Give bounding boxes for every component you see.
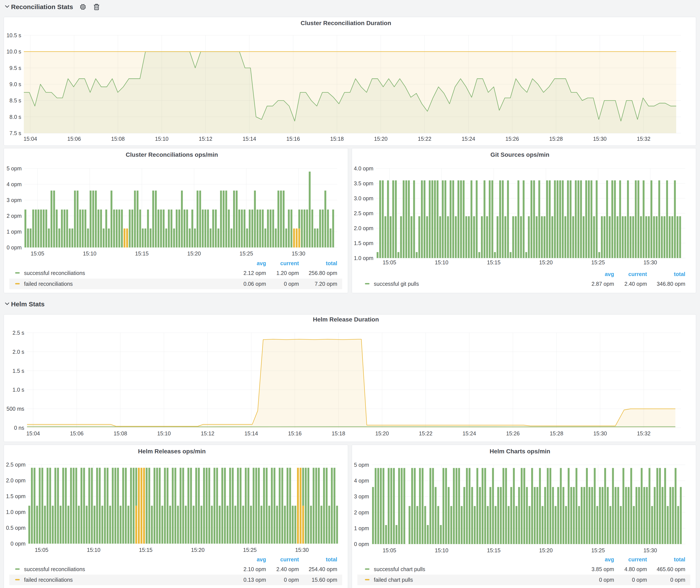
svg-text:15:10: 15:10 — [155, 136, 169, 142]
svg-text:15.60 opm: 15.60 opm — [312, 577, 337, 583]
svg-text:Helm Charts ops/min: Helm Charts ops/min — [490, 448, 550, 455]
svg-text:0 opm: 0 opm — [11, 541, 26, 547]
svg-text:15:04: 15:04 — [26, 430, 40, 436]
svg-text:15:06: 15:06 — [67, 136, 81, 142]
svg-text:Helm Stats: Helm Stats — [11, 300, 45, 308]
svg-text:15:28: 15:28 — [549, 136, 563, 142]
svg-text:500 ms: 500 ms — [6, 406, 24, 412]
svg-text:15:30: 15:30 — [593, 430, 607, 436]
svg-text:15:14: 15:14 — [243, 136, 256, 142]
svg-text:15:05: 15:05 — [383, 259, 396, 265]
svg-text:avg: avg — [605, 556, 614, 562]
svg-text:2.0 opm: 2.0 opm — [354, 225, 373, 231]
svg-text:8.0 s: 8.0 s — [10, 114, 21, 120]
svg-text:1 opm: 1 opm — [7, 229, 22, 235]
svg-text:15:16: 15:16 — [286, 136, 300, 142]
svg-text:15:10: 15:10 — [157, 430, 171, 436]
svg-text:15:30: 15:30 — [593, 136, 607, 142]
svg-text:1 opm: 1 opm — [354, 525, 369, 531]
svg-text:15:14: 15:14 — [244, 430, 258, 436]
svg-text:failed reconciliations: failed reconciliations — [24, 577, 73, 583]
svg-text:0.5 opm: 0.5 opm — [6, 525, 26, 531]
svg-text:15:26: 15:26 — [505, 136, 519, 142]
svg-text:2.0 opm: 2.0 opm — [6, 477, 26, 483]
svg-text:15:08: 15:08 — [111, 136, 125, 142]
svg-text:current: current — [628, 271, 647, 277]
svg-text:0 ns: 0 ns — [14, 425, 24, 431]
svg-text:2.0 s: 2.0 s — [13, 349, 24, 355]
svg-text:2.5 s: 2.5 s — [13, 330, 24, 336]
svg-text:15:20: 15:20 — [374, 136, 388, 142]
svg-text:1.5 opm: 1.5 opm — [6, 493, 26, 499]
svg-text:avg: avg — [257, 260, 266, 266]
svg-text:3 opm: 3 opm — [7, 197, 22, 203]
svg-text:2.87 opm: 2.87 opm — [592, 281, 614, 287]
svg-text:15:30: 15:30 — [295, 547, 309, 553]
svg-text:avg: avg — [605, 271, 614, 277]
svg-text:total: total — [674, 271, 685, 277]
svg-text:total: total — [326, 556, 337, 562]
svg-text:current: current — [628, 556, 647, 562]
svg-text:15:08: 15:08 — [114, 430, 127, 436]
svg-text:15:20: 15:20 — [539, 547, 553, 553]
svg-text:0 opm: 0 opm — [670, 577, 685, 583]
svg-text:4.80 opm: 4.80 opm — [624, 566, 647, 572]
svg-text:3.0 opm: 3.0 opm — [354, 195, 373, 201]
svg-text:1.0 opm: 1.0 opm — [6, 509, 26, 515]
svg-text:2.12 opm: 2.12 opm — [244, 270, 266, 276]
svg-text:7.20 opm: 7.20 opm — [315, 281, 337, 287]
svg-text:3 opm: 3 opm — [354, 493, 369, 499]
svg-text:10.5 s: 10.5 s — [6, 32, 21, 38]
svg-text:0 opm: 0 opm — [354, 541, 369, 547]
svg-text:7.5 s: 7.5 s — [10, 130, 21, 136]
svg-text:1.0 opm: 1.0 opm — [354, 255, 373, 261]
svg-text:2.40 opm: 2.40 opm — [624, 281, 647, 287]
svg-text:0 opm: 0 opm — [599, 577, 614, 583]
svg-text:15:06: 15:06 — [70, 430, 84, 436]
svg-text:1.5 s: 1.5 s — [13, 368, 24, 374]
svg-text:successful reconciliations: successful reconciliations — [24, 566, 85, 572]
svg-text:Helm Releases ops/min: Helm Releases ops/min — [138, 448, 206, 455]
svg-text:465.60 opm: 465.60 opm — [657, 566, 685, 572]
svg-text:15:25: 15:25 — [243, 547, 257, 553]
svg-text:15:10: 15:10 — [435, 259, 448, 265]
svg-text:Git Sources ops/min: Git Sources ops/min — [490, 151, 549, 158]
svg-text:0.13 opm: 0.13 opm — [244, 577, 266, 583]
svg-text:15:10: 15:10 — [83, 250, 97, 257]
svg-text:15:32: 15:32 — [637, 136, 650, 142]
svg-text:total: total — [674, 556, 685, 562]
svg-text:4 opm: 4 opm — [7, 181, 22, 187]
svg-text:2 opm: 2 opm — [354, 509, 369, 515]
svg-text:5 opm: 5 opm — [354, 462, 369, 468]
svg-text:8.5 s: 8.5 s — [10, 97, 21, 103]
svg-text:15:15: 15:15 — [135, 250, 149, 257]
svg-text:15:18: 15:18 — [332, 430, 345, 436]
svg-text:total: total — [326, 260, 337, 266]
svg-text:15:24: 15:24 — [463, 430, 476, 436]
svg-text:15:25: 15:25 — [240, 250, 253, 257]
svg-text:15:15: 15:15 — [139, 547, 153, 553]
svg-text:3.85 opm: 3.85 opm — [592, 566, 614, 572]
svg-text:15:22: 15:22 — [419, 430, 432, 436]
svg-text:0.06 opm: 0.06 opm — [244, 281, 266, 287]
svg-text:15:12: 15:12 — [201, 430, 215, 436]
svg-text:15:10: 15:10 — [87, 547, 100, 553]
svg-text:15:30: 15:30 — [644, 547, 657, 553]
svg-text:15:15: 15:15 — [487, 259, 501, 265]
svg-text:2.5 opm: 2.5 opm — [6, 462, 26, 468]
svg-text:5 opm: 5 opm — [7, 165, 22, 171]
svg-text:15:12: 15:12 — [199, 136, 212, 142]
svg-text:346.80 opm: 346.80 opm — [657, 281, 685, 287]
svg-text:15:30: 15:30 — [644, 259, 657, 265]
svg-text:15:20: 15:20 — [539, 259, 553, 265]
svg-text:15:15: 15:15 — [487, 547, 501, 553]
svg-text:15:20: 15:20 — [191, 547, 205, 553]
svg-text:256.80 opm: 256.80 opm — [309, 270, 337, 276]
svg-text:successful reconciliations: successful reconciliations — [24, 270, 85, 276]
svg-text:2.5 opm: 2.5 opm — [354, 210, 373, 216]
svg-text:0 opm: 0 opm — [632, 577, 647, 583]
svg-text:9.0 s: 9.0 s — [10, 81, 21, 87]
svg-text:Cluster Reconciliations ops/mi: Cluster Reconciliations ops/min — [126, 151, 218, 158]
svg-text:2 opm: 2 opm — [7, 213, 22, 219]
svg-text:Helm Release Duration: Helm Release Duration — [313, 316, 379, 323]
